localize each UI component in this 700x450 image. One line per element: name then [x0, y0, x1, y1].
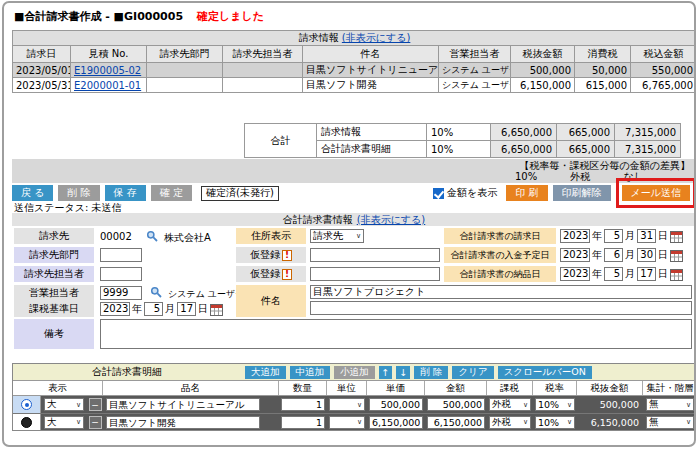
payment-due-month[interactable]: 6	[604, 248, 623, 262]
diff-type: 外税	[570, 171, 590, 182]
delete-row-button[interactable]: 削 除	[414, 366, 448, 379]
tax-base-year[interactable]: 2023	[100, 302, 130, 316]
confirm-button[interactable]: 確 定	[151, 185, 192, 201]
tax-rate-select[interactable]: 10%	[535, 416, 575, 429]
ex-tax-amount: 6,150,000	[577, 414, 643, 430]
col-header: 金額	[425, 381, 487, 395]
subject-input-line2[interactable]	[310, 301, 692, 315]
payment-due-year[interactable]: 2023	[560, 248, 590, 262]
tax-rate-select[interactable]: 10%	[535, 398, 575, 411]
aggregation-select[interactable]: 無	[646, 398, 694, 411]
amount-input[interactable]: 6,150,000	[427, 416, 485, 429]
unit-select[interactable]	[329, 416, 365, 429]
diff-rate: 10%	[515, 171, 537, 182]
col-header: 集計・階層	[643, 381, 696, 395]
cell-contact	[223, 63, 303, 78]
col-header: 営業担当者	[439, 46, 511, 63]
row-size-select[interactable]: 大	[44, 416, 84, 429]
mail-send-button[interactable]: メール送信	[622, 185, 690, 201]
calendar-icon[interactable]	[670, 230, 683, 243]
address-display-select[interactable]: 請求先	[310, 229, 364, 243]
delivery-day[interactable]: 17	[637, 267, 656, 281]
tax-type-select[interactable]: 外税	[489, 398, 531, 411]
print-cancel-button[interactable]: 印刷解除	[553, 185, 611, 201]
tax-type-select[interactable]: 外税	[489, 416, 531, 429]
billing-contact-input[interactable]	[100, 267, 142, 281]
warning-icon	[282, 250, 292, 261]
item-name-input[interactable]: 目黒ソフト開発	[106, 416, 260, 429]
detail-row: 大 目黒ソフト開発 1 6,150,000 6,150,000 外税 10% 6…	[13, 413, 695, 430]
col-header: 件名	[303, 46, 439, 63]
show-amount-checkbox[interactable]	[433, 188, 444, 199]
calendar-icon[interactable]	[670, 268, 683, 281]
unit-price-input[interactable]: 6,150,000	[369, 416, 423, 429]
scrollbar-toggle-button[interactable]: スクロールバーON	[498, 366, 592, 379]
quote-no-link[interactable]: E1900005-02	[74, 65, 141, 76]
tax-diff-title: 【税率毎・課税区分毎の金額の差異】	[18, 160, 690, 171]
tax-base-month[interactable]: 5	[144, 302, 163, 316]
sales-rep-name: システム ユーザー	[168, 288, 244, 301]
print-button[interactable]: 印 刷	[506, 185, 547, 201]
col-header: 税率	[533, 381, 577, 395]
remarks-label: 備考	[14, 319, 94, 349]
tax-diff-note: 【税率毎・課税区分毎の金額の差異】 10% 外税 なし	[12, 159, 696, 183]
clear-button[interactable]: クリア	[452, 366, 493, 379]
add-small-button[interactable]: 小追加	[334, 366, 375, 379]
delivery-month[interactable]: 5	[604, 267, 623, 281]
row-select-radio[interactable]	[21, 417, 32, 428]
temp-reg2-input[interactable]	[310, 267, 440, 281]
detail-title: 合計請求書明細	[13, 365, 241, 379]
col-header: 請求先担当者	[223, 46, 303, 63]
calendar-icon[interactable]	[210, 303, 223, 316]
payment-due-date-label: 合計請求書の入金予定日	[444, 247, 556, 263]
delivery-year[interactable]: 2023	[560, 267, 590, 281]
cell-quote-no: E2000001-01	[71, 78, 147, 93]
hide-form-link[interactable]: (非表示にする)	[357, 213, 426, 227]
detail-column-headers: 表示 品名 数量 単位 単価 金額 課税 税率 税抜金額 集計・階層	[13, 381, 695, 396]
detail-header-bar: 合計請求書明細 大追加 中追加 小追加 ↑ ↓ 削 除 クリア スクロールバーO…	[13, 364, 695, 381]
quote-no-link[interactable]: E2000001-01	[74, 80, 141, 91]
row-select-radio[interactable]	[21, 399, 32, 410]
aggregation-select[interactable]: 無	[646, 416, 694, 429]
temp-reg1-input[interactable]	[310, 248, 440, 262]
row-size-select[interactable]: 大	[44, 398, 84, 411]
search-icon[interactable]	[150, 286, 162, 300]
invoice-date-year[interactable]: 2023	[560, 229, 590, 243]
mail-send-annotation-box: メール送信	[616, 178, 696, 208]
qty-input[interactable]: 1	[281, 398, 325, 411]
cell-quote-no: E1900005-02	[71, 63, 147, 78]
invoice-date-month[interactable]: 5	[604, 229, 623, 243]
temp-reg2-label: 仮登録	[236, 266, 306, 282]
show-amount-group: 金額を表示	[433, 186, 497, 200]
amount-input[interactable]: 500,000	[427, 398, 485, 411]
hide-invoice-info-link[interactable]: (非表示にする)	[342, 32, 411, 43]
move-up-button[interactable]: ↑	[379, 366, 393, 379]
move-down-button[interactable]: ↓	[396, 366, 410, 379]
subject-input[interactable]: 目黒ソフトプロジェクト	[310, 285, 692, 299]
billing-dept-input[interactable]	[100, 248, 142, 262]
unit-select[interactable]	[329, 398, 365, 411]
unit-price-input[interactable]: 500,000	[369, 398, 423, 411]
add-large-button[interactable]: 大追加	[245, 366, 286, 379]
delivery-date-label: 合計請求書の納品日	[444, 266, 556, 282]
invoice-info-band: 請求情報 (非表示にする)	[13, 31, 697, 46]
qty-input[interactable]: 1	[281, 416, 325, 429]
col-header: 税込金額	[631, 46, 697, 63]
search-icon[interactable]	[146, 230, 158, 244]
payment-due-day[interactable]: 30	[637, 248, 656, 262]
delete-button[interactable]: 削 除	[58, 185, 99, 201]
collapse-icon[interactable]	[89, 416, 102, 429]
table-row: 2023/05/01 E1900005-02 目黒ソフトサイトリニューアル シス…	[13, 63, 697, 78]
item-name-input[interactable]: 目黒ソフトサイトリニューアル	[106, 398, 260, 411]
year-suffix: 年	[592, 229, 602, 243]
add-medium-button[interactable]: 中追加	[290, 366, 331, 379]
back-button[interactable]: 戻 る	[12, 185, 53, 201]
save-button[interactable]: 保 存	[105, 185, 146, 201]
cell-ex-tax: 6,150,000	[511, 78, 575, 93]
sales-rep-code-input[interactable]: 9999	[100, 286, 142, 300]
calendar-icon[interactable]	[670, 249, 683, 262]
remarks-textarea[interactable]	[100, 319, 692, 349]
tax-base-day[interactable]: 17	[177, 302, 196, 316]
invoice-date-day[interactable]: 31	[637, 229, 656, 243]
collapse-icon[interactable]	[89, 398, 102, 411]
